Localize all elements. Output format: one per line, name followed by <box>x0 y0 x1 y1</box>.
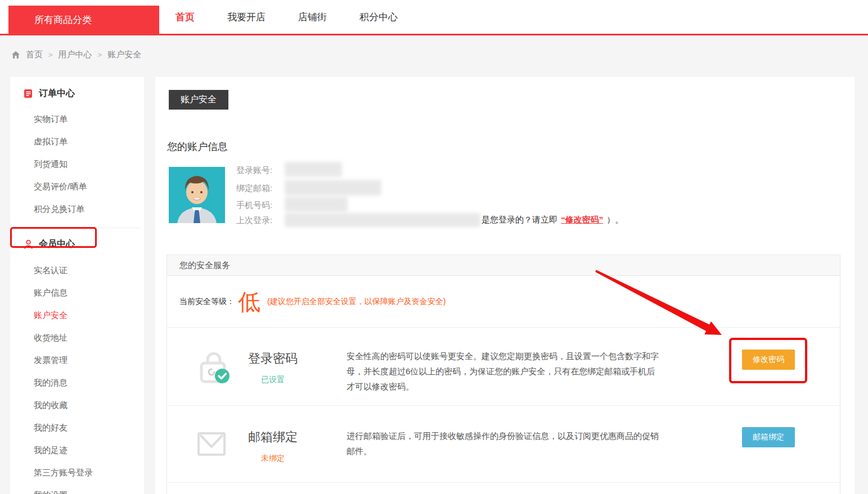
sidebar-section-title: 订单中心 <box>39 88 75 99</box>
sidebar-item-account-security[interactable]: 账户安全 <box>10 304 144 327</box>
sidebar-section-member-center: 会员中心 <box>10 238 144 250</box>
order-center-list: 实物订单 虚拟订单 到货通知 交易评价/晒单 积分兑换订单 <box>10 108 144 220</box>
avatar <box>169 167 225 223</box>
field-label-login-account: 登录账号: <box>236 165 272 176</box>
main-nav: 首页 我要开店 店铺街 积分中心 <box>176 0 398 34</box>
service-desc-email-binding: 进行邮箱验证后，可用于接收敏感操作的身份验证信息，以及订阅更优惠商品的促销邮件。 <box>347 428 659 459</box>
security-level-row: 当前安全等级： 低 (建议您开启全部安全设置，以保障账户及资金安全) <box>167 276 840 328</box>
top-navbar: 所有商品分类 首页 我要开店 店铺街 积分中心 <box>0 0 868 35</box>
bind-email-button[interactable]: 邮箱绑定 <box>742 427 795 447</box>
change-password-button[interactable]: 修改密码 <box>742 350 795 370</box>
account-info-title: 您的账户信息 <box>167 140 228 153</box>
lock-icon <box>197 349 231 384</box>
all-categories-label: 所有商品分类 <box>34 13 92 26</box>
security-level-hint: (建议您开启全部安全设置，以保障账户及资金安全) <box>267 297 446 307</box>
avatar-illustration <box>169 167 225 223</box>
sidebar-item-arrival-notice[interactable]: 到货通知 <box>10 153 144 175</box>
order-icon <box>24 89 33 98</box>
home-icon <box>11 51 20 59</box>
censored-login-account-value <box>285 162 342 177</box>
sidebar-divider <box>15 228 140 228</box>
service-row-email-binding: 邮箱绑定 未绑定 进行邮箱验证后，可用于接收敏感操作的身份验证信息，以及订阅更优… <box>167 406 840 483</box>
service-row-login-password: 登录密码 已设置 安全性高的密码可以使账号更安全。建议您定期更换密码，且设置一个… <box>167 328 840 406</box>
service-name-email-binding: 邮箱绑定 <box>236 429 310 446</box>
status-badge-password-set: 已设置 <box>236 375 310 385</box>
breadcrumb: 首页 > 用户中心 > 账户安全 <box>11 49 141 60</box>
sidebar-item-thirdparty-login[interactable]: 第三方账号登录 <box>10 461 144 484</box>
status-badge-email-unbound: 未绑定 <box>236 454 310 464</box>
nav-item-shop-street[interactable]: 店铺街 <box>298 11 327 24</box>
member-center-list: 实名认证 账户信息 账户安全 收货地址 发票管理 我的消息 我的收藏 我的好友 … <box>10 259 144 494</box>
sidebar-item-my-messages[interactable]: 我的消息 <box>10 371 144 394</box>
breadcrumb-separator: > <box>98 51 102 59</box>
censored-last-login-value <box>285 213 480 227</box>
security-services-panel: 您的安全服务 当前安全等级： 低 (建议您开启全部安全设置，以保障账户及资金安全… <box>167 255 840 494</box>
sidebar-item-my-favorites[interactable]: 我的收藏 <box>10 394 144 416</box>
sidebar-section-order-center: 订单中心 <box>10 87 144 99</box>
breadcrumb-account-security: 账户安全 <box>107 49 141 60</box>
breadcrumb-user-center[interactable]: 用户中心 <box>59 49 92 60</box>
all-categories-button[interactable]: 所有商品分类 <box>8 6 159 34</box>
censored-phone-number-value <box>285 197 348 212</box>
sidebar-item-shipping-address[interactable]: 收货地址 <box>10 327 144 349</box>
sidebar-item-my-footprints[interactable]: 我的足迹 <box>10 439 144 461</box>
security-level-value: 低 <box>238 291 260 313</box>
sidebar-item-my-friends[interactable]: 我的好友 <box>10 416 144 439</box>
sidebar: 订单中心 实物订单 虚拟订单 到货通知 交易评价/晒单 积分兑换订单 会员中心 … <box>10 77 144 494</box>
service-desc-login-password: 安全性高的密码可以使账号更安全。建议您定期更换密码，且设置一个包含数字和字母，并… <box>347 348 659 394</box>
change-password-link[interactable]: “修改密码” <box>561 215 603 224</box>
service-name-column: 登录密码 已设置 <box>236 350 310 385</box>
sidebar-item-physical-orders[interactable]: 实物订单 <box>10 108 144 130</box>
nav-item-open-shop[interactable]: 我要开店 <box>227 11 266 24</box>
sidebar-item-points-orders[interactable]: 积分兑换订单 <box>10 198 144 220</box>
login-note-prefix: 是您登录的？请立即 <box>482 215 557 224</box>
breadcrumb-separator: > <box>48 51 53 59</box>
nav-item-points-center[interactable]: 积分中心 <box>359 11 398 24</box>
field-label-last-login: 上次登录: <box>236 215 272 226</box>
service-name-column: 邮箱绑定 未绑定 <box>236 429 310 464</box>
sidebar-item-my-settings[interactable]: 我的设置 <box>10 484 144 494</box>
sidebar-item-realname-auth[interactable]: 实名认证 <box>10 259 144 282</box>
login-note-suffix: ）。 <box>606 215 623 224</box>
tab-account-security[interactable]: 账户安全 <box>169 90 228 110</box>
service-name-login-password: 登录密码 <box>236 350 310 367</box>
sidebar-item-virtual-orders[interactable]: 虚拟订单 <box>10 130 144 153</box>
sidebar-item-account-info[interactable]: 账户信息 <box>10 282 144 304</box>
sidebar-section-title: 会员中心 <box>39 238 75 250</box>
breadcrumb-home[interactable]: 首页 <box>26 49 43 60</box>
sidebar-item-invoice-management[interactable]: 发票管理 <box>10 349 144 371</box>
security-panel-title: 您的安全服务 <box>167 255 840 276</box>
field-label-bound-email: 绑定邮箱: <box>236 183 272 194</box>
field-label-phone-number: 手机号码: <box>236 200 272 211</box>
security-level-label: 当前安全等级： <box>179 297 235 307</box>
censored-bound-email-value <box>285 180 381 196</box>
login-security-note: 是您登录的？请立即 “修改密码” ）。 <box>482 215 623 225</box>
member-icon <box>24 239 33 249</box>
nav-item-home[interactable]: 首页 <box>176 11 195 24</box>
sidebar-item-reviews[interactable]: 交易评价/晒单 <box>10 175 144 198</box>
main-content: 账户安全 您的账户信息 登录账号: 绑定邮箱: 手机号码: 上次登录: 是您登录… <box>155 77 854 494</box>
mail-icon <box>197 432 226 456</box>
